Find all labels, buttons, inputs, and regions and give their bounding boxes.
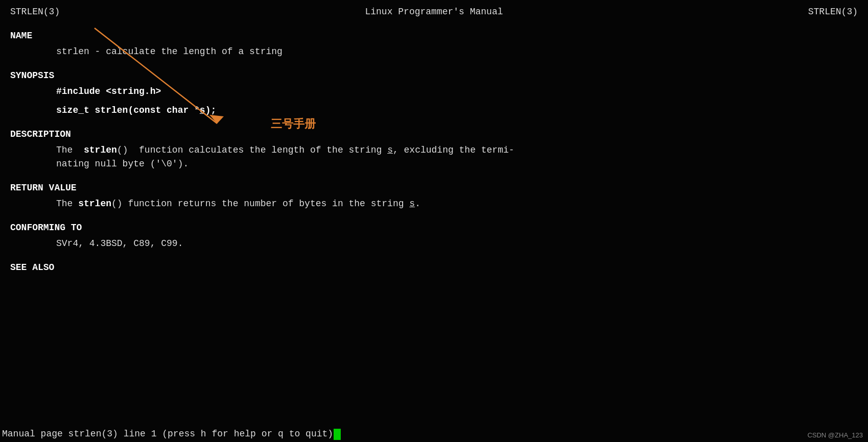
section-synopsis-heading: SYNOPSIS — [10, 69, 858, 83]
terminal: STRLEN(3) Linux Programmer's Manual STRL… — [0, 0, 868, 442]
desc-the: The — [56, 145, 84, 155]
section-seealso-heading: SEE ALSO — [10, 261, 858, 275]
watermark: CSDN @ZHA_123 — [807, 430, 863, 440]
section-return-heading: RETURN VALUE — [10, 181, 858, 195]
conforming-content: SVr4, 4.3BSD, C89, C99. — [56, 237, 858, 251]
section-name-heading: NAME — [10, 29, 858, 43]
description-line1: The strlen() function calculates the len… — [56, 143, 858, 157]
section-description-heading: DESCRIPTION — [10, 128, 858, 141]
man-page-header: STRLEN(3) Linux Programmer's Manual STRL… — [10, 5, 858, 19]
synopsis-include: #include <string.h> — [56, 85, 858, 99]
description-line2: nating null byte ('\0'). — [56, 157, 858, 171]
desc-s-underline: s — [387, 145, 393, 155]
desc-strlen-bold: strlen — [84, 145, 117, 155]
synopsis-sig-bold: size_t strlen(const char *s); — [56, 105, 216, 115]
return-middle: () function returns the number of bytes … — [111, 199, 409, 209]
desc-middle: () function calculates the length of the… — [117, 145, 387, 155]
status-cursor — [334, 429, 341, 440]
header-left: STRLEN(3) — [10, 5, 60, 19]
synopsis-sig-s: s — [200, 105, 205, 115]
status-bar: Manual page strlen(3) line 1 (press h fo… — [0, 426, 868, 442]
section-conforming-heading: CONFORMING TO — [10, 221, 858, 235]
return-the: The — [56, 199, 78, 209]
return-period: . — [415, 199, 420, 209]
header-right: STRLEN(3) — [808, 5, 858, 19]
return-strlen-bold: strlen — [78, 199, 111, 209]
desc-end: , excluding the termi- — [393, 145, 514, 155]
status-text: Manual page strlen(3) line 1 (press h fo… — [0, 427, 333, 441]
return-line1: The strlen() function returns the number… — [56, 197, 858, 211]
header-center: Linux Programmer's Manual — [365, 5, 503, 19]
synopsis-signature: size_t strlen(const char *s); — [56, 104, 858, 117]
section-name-content: strlen - calculate the length of a strin… — [56, 45, 858, 59]
return-s-underline: s — [409, 199, 415, 209]
